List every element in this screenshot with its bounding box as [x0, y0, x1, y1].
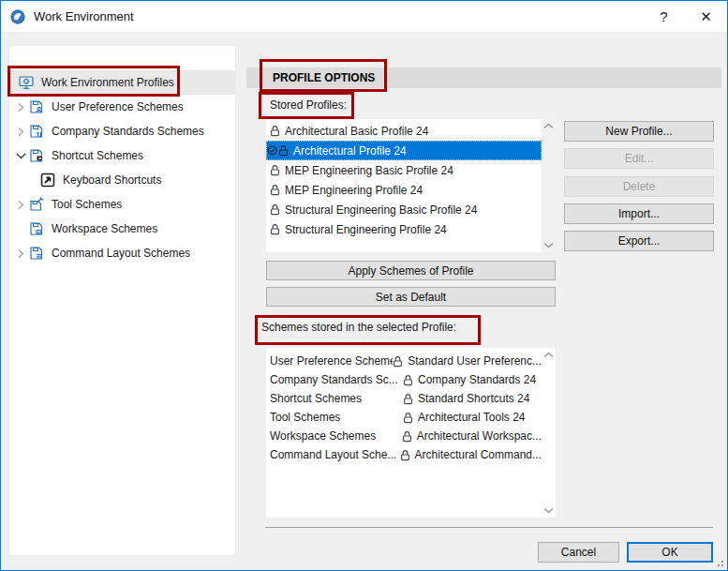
profile-options-header: PROFILE OPTIONS	[246, 68, 721, 88]
floppy-tool-icon	[28, 197, 45, 212]
keyboard-shortcut-icon	[39, 173, 56, 188]
export-button[interactable]: Export...	[564, 231, 714, 251]
resize-grip[interactable]	[714, 557, 723, 566]
schemes-list: User Preference Schemes Standard User Pr…	[266, 348, 556, 518]
scheme-row[interactable]: Tool Schemes Architectural Tools 24	[266, 408, 542, 427]
sidebar-item-company-standards-schemes[interactable]: Company Standards Schemes	[9, 119, 235, 143]
set-as-default-button[interactable]: Set as Default	[266, 287, 556, 307]
lock-icon	[278, 144, 289, 157]
sidebar-item-label: User Preference Schemes	[52, 100, 184, 113]
scheme-row[interactable]: Company Standards Sc... Company Standard…	[266, 370, 542, 389]
sidebar-item-user-preference-schemes[interactable]: User Preference Schemes	[9, 95, 235, 119]
sidebar-item-label: Keyboard Shortcuts	[63, 173, 161, 187]
profile-row[interactable]: MEP Engineering Profile 24	[266, 180, 542, 200]
scroll-up-icon[interactable]	[543, 352, 554, 358]
edit-button: Edit...	[564, 148, 714, 169]
profiles-scrollbar[interactable]	[542, 119, 556, 252]
stored-profiles-list: Architectural Basic Profile 24 Architect…	[266, 119, 556, 252]
ok-button[interactable]: OK	[627, 542, 713, 563]
stored-profiles-label: Stored Profiles:	[270, 98, 347, 112]
chevron-right-icon[interactable]	[15, 127, 26, 137]
lock-icon	[270, 125, 280, 137]
sidebar-item-shortcut-schemes[interactable]: Shortcut Schemes	[9, 143, 235, 168]
sidebar-item-label: Shortcut Schemes	[52, 149, 143, 162]
lock-icon	[402, 430, 412, 443]
lock-icon	[400, 449, 410, 461]
titlebar: Work Environment ? ✕	[1, 1, 727, 32]
sidebar-item-label: Company Standards Schemes	[52, 125, 204, 138]
footer-separator	[265, 527, 713, 528]
lock-icon	[270, 164, 280, 176]
lock-icon	[403, 412, 413, 424]
sidebar-item-tool-schemes[interactable]: Tool Schemes	[9, 192, 235, 217]
lock-icon	[403, 393, 413, 405]
window-title: Work Environment	[34, 9, 134, 23]
profile-row-selected[interactable]: Architectural Profile 24	[266, 141, 542, 160]
cancel-button[interactable]: Cancel	[538, 542, 619, 563]
work-environment-dialog: Work Environment ? ✕ Work Environment Pr…	[0, 0, 728, 571]
floppy-workspace-icon	[28, 221, 45, 236]
sidebar-item-command-layout-schemes[interactable]: Command Layout Schemes	[9, 241, 235, 265]
sidebar-item-keyboard-shortcuts[interactable]: Keyboard Shortcuts	[9, 168, 235, 192]
scroll-down-icon[interactable]	[543, 242, 554, 248]
import-button[interactable]: Import...	[564, 203, 714, 224]
sidebar-item-label: Command Layout Schemes	[52, 247, 190, 260]
profile-row[interactable]: MEP Engineering Basic Profile 24	[266, 160, 542, 180]
lock-icon	[270, 184, 280, 196]
scheme-row[interactable]: Command Layout Sche... Architectural Com…	[266, 445, 542, 464]
sidebar-item-work-environment-profiles[interactable]: Work Environment Profiles	[9, 70, 235, 95]
default-check-icon	[267, 145, 277, 156]
chevron-down-icon[interactable]	[15, 153, 26, 159]
chevron-right-icon[interactable]	[15, 248, 26, 259]
lock-icon	[270, 223, 280, 235]
app-icon	[10, 9, 25, 24]
scheme-row[interactable]: Workspace Schemes Architectural Workspac…	[266, 427, 542, 445]
chevron-right-icon[interactable]	[15, 102, 26, 113]
sidebar-item-workspace-schemes[interactable]: Workspace Schemes	[9, 217, 235, 241]
chevron-right-icon[interactable]	[15, 200, 26, 210]
scroll-up-icon[interactable]	[543, 123, 554, 129]
lock-icon	[270, 203, 280, 216]
schemes-stored-label: Schemes stored in the selected Profile:	[261, 321, 456, 334]
delete-button: Delete	[564, 176, 714, 197]
sidebar-item-label: Work Environment Profiles	[41, 76, 174, 89]
profile-row[interactable]: Structural Engineering Profile 24	[266, 219, 542, 239]
lock-icon	[393, 355, 403, 368]
lock-icon	[403, 374, 413, 386]
profile-row[interactable]: Structural Engineering Basic Profile 24	[266, 200, 542, 219]
scheme-row[interactable]: User Preference Schemes Standard User Pr…	[266, 352, 542, 370]
floppy-standards-icon	[28, 124, 45, 139]
profile-options-header-label: PROFILE OPTIONS	[273, 71, 375, 84]
monitor-gear-icon	[18, 75, 35, 90]
help-button[interactable]: ?	[643, 1, 685, 32]
scroll-down-icon[interactable]	[543, 507, 554, 514]
scheme-row[interactable]: Shortcut Schemes Standard Shortcuts 24	[266, 389, 542, 408]
sidebar-item-label: Workspace Schemes	[52, 222, 157, 235]
sidebar-item-label: Tool Schemes	[52, 198, 122, 211]
floppy-shortcut-icon	[28, 148, 45, 163]
profile-row[interactable]: Architectural Basic Profile 24	[266, 121, 542, 141]
close-button[interactable]: ✕	[685, 1, 727, 32]
new-profile-button[interactable]: New Profile...	[564, 121, 714, 142]
floppy-command-icon	[28, 246, 45, 261]
apply-schemes-button[interactable]: Apply Schemes of Profile	[266, 261, 556, 280]
scheme-tree-panel: Work Environment Profiles User Preferenc…	[8, 45, 236, 556]
floppy-user-icon	[28, 99, 45, 114]
